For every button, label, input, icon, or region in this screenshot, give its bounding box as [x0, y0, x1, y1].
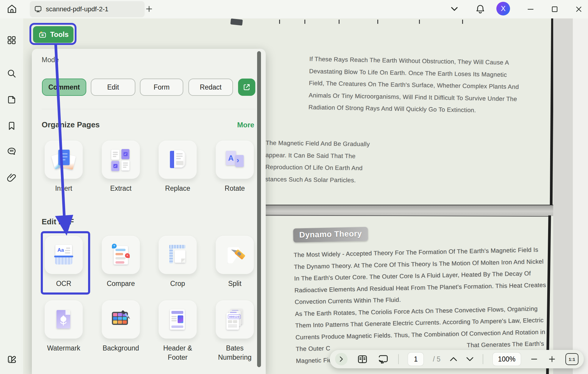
crop-card[interactable]	[159, 236, 197, 274]
page-number-input[interactable]: 1	[408, 353, 423, 366]
rotate-pages-card[interactable]: A ›	[216, 141, 254, 179]
bates-numbering-icon: 000123	[223, 308, 246, 331]
extract-pages-card[interactable]: ✓ ✓	[102, 141, 140, 179]
page1-clipped-paragraph: The Magnetic Field And Be Gradually appe…	[265, 137, 370, 186]
page-edge-tick	[279, 20, 280, 24]
compare-card[interactable]: + ×	[102, 236, 140, 274]
background-icon	[110, 308, 132, 331]
attachments-panel-button[interactable]	[7, 173, 17, 183]
zoom-in-button[interactable]	[548, 355, 556, 363]
toolbar-divider	[483, 354, 483, 364]
zoom-level-input[interactable]: 100%	[493, 353, 521, 366]
two-page-view-icon	[357, 353, 368, 365]
edit-pdf-section-title: Edit PDF	[42, 217, 74, 226]
appearance-swatches-button[interactable]	[7, 354, 17, 364]
tools-button[interactable]: Tools	[33, 26, 74, 43]
open-in-new-window-button[interactable]	[238, 79, 255, 96]
toolbar-divider	[398, 354, 399, 364]
next-page-button[interactable]	[466, 357, 473, 362]
document-line-fragment: The Outer C	[296, 345, 331, 352]
page-edge-tick	[377, 20, 378, 24]
notifications-button[interactable]	[475, 4, 486, 14]
bell-icon	[475, 4, 486, 14]
bates-numbering-card[interactable]: 000123	[216, 301, 254, 339]
search-panel-button[interactable]	[7, 68, 17, 79]
tool-card-label: Background	[96, 344, 146, 353]
left-sidebar	[0, 18, 23, 374]
document-line: The Magnetic Field And Be Gradually	[266, 137, 370, 150]
actual-size-button[interactable]: 1:1	[565, 353, 578, 365]
page-navigation-bar: 1 / 5 100% 1:1	[330, 350, 584, 368]
grid-icon	[7, 35, 17, 45]
chevron-right-icon	[339, 356, 343, 362]
watermark-card[interactable]	[45, 301, 83, 339]
tools-button-label: Tools	[50, 30, 68, 39]
document-line: appear. It Can Be Said That The	[265, 149, 370, 162]
page-layout-button[interactable]	[357, 353, 368, 365]
insert-icon	[52, 148, 75, 171]
toolbox-icon	[38, 30, 47, 39]
maximize-button[interactable]	[550, 5, 559, 14]
pages-panel-button[interactable]	[7, 95, 17, 105]
mode-edit-button[interactable]: Edit	[91, 79, 135, 96]
tabs-dropdown-button[interactable]	[451, 7, 458, 11]
rotate-arrow-glyph: ›	[237, 156, 239, 165]
replace-pages-card[interactable]	[159, 141, 197, 179]
rotate-icon: A ›	[223, 148, 246, 171]
organize-more-link[interactable]: More	[237, 121, 254, 129]
zoom-out-button[interactable]	[530, 355, 538, 363]
home-button[interactable]	[7, 4, 17, 14]
page1-paragraph: If These Rays Reach The Earth Without Ob…	[308, 53, 519, 117]
bookmark-icon	[7, 121, 17, 131]
plus-icon	[145, 5, 153, 13]
external-link-icon	[243, 83, 251, 91]
new-tab-button[interactable]	[145, 5, 153, 13]
updf-app-window: If These Rays Reach The Earth Without Ob…	[0, 0, 588, 374]
watermark-icon	[52, 308, 75, 331]
close-window-button[interactable]	[574, 5, 583, 14]
bookmarks-panel-button[interactable]	[7, 121, 17, 131]
paperclip-icon	[7, 173, 17, 183]
header-footer-card[interactable]	[159, 301, 197, 339]
split-icon	[223, 244, 246, 266]
ocr-card-highlight	[41, 231, 90, 295]
insert-pages-card[interactable]	[45, 141, 83, 179]
page-edge-tick	[304, 20, 305, 24]
comment-bubble-icon	[7, 146, 17, 157]
close-icon	[574, 5, 583, 14]
presentation-mode-button[interactable]	[378, 353, 389, 365]
thumbnails-panel-button[interactable]	[7, 35, 17, 45]
tool-card-label: Header & Footer	[152, 344, 203, 362]
tool-card-label: Insert	[38, 184, 89, 193]
chevron-down-icon	[466, 357, 473, 362]
bates-icon-number: 000123	[228, 314, 241, 319]
tool-card-label: Replace	[152, 184, 203, 193]
user-avatar[interactable]: X	[496, 2, 510, 15]
document-tab[interactable]: scanned-pdf-updf-2-1	[30, 1, 145, 17]
page-total-label: / 5	[433, 355, 441, 363]
page-edge-tick	[339, 20, 340, 24]
home-icon	[7, 4, 17, 14]
search-icon	[7, 68, 17, 79]
panel-scrollbar[interactable]	[257, 51, 261, 367]
tool-card-label: Crop	[152, 279, 203, 288]
tab-title: scanned-pdf-updf-2-1	[46, 5, 108, 13]
comments-panel-button[interactable]	[7, 146, 17, 157]
tool-card-label: Compare	[96, 279, 146, 288]
title-bar: scanned-pdf-updf-2-1 X	[0, 0, 588, 18]
document-tab-icon	[34, 5, 42, 13]
minimize-button[interactable]	[526, 5, 535, 14]
mode-comment-button[interactable]: Comment	[42, 79, 86, 96]
mode-form-button[interactable]: Form	[140, 79, 183, 96]
page-icon	[7, 95, 17, 105]
rotate-icon-letter: A	[228, 154, 234, 163]
mode-redact-button[interactable]: Redact	[188, 79, 233, 96]
previous-page-button[interactable]	[450, 357, 457, 362]
minimize-icon	[526, 5, 535, 14]
expand-bar-button[interactable]	[335, 353, 348, 365]
split-card[interactable]	[216, 236, 254, 274]
page-edge-tick	[419, 20, 420, 24]
desk-strip	[553, 18, 573, 374]
binder-clip	[230, 18, 243, 26]
background-card[interactable]	[102, 301, 140, 339]
